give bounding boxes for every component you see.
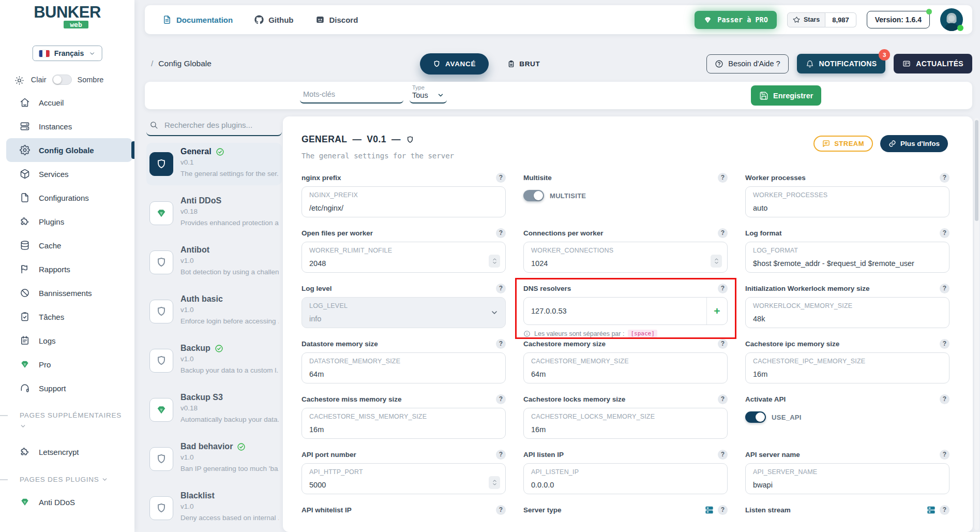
- toggle-multisite[interactable]: [523, 190, 544, 201]
- top-link-discord[interactable]: Discord: [315, 15, 358, 24]
- sidebar-item-bannissements[interactable]: Bannissements: [0, 281, 134, 305]
- help-icon[interactable]: ?: [940, 339, 949, 349]
- field-input-api-listen-ip[interactable]: API_LISTEN_IP0.0.0.0: [523, 463, 728, 494]
- sidebar-item-support[interactable]: Support: [0, 376, 134, 400]
- help-icon[interactable]: ?: [718, 505, 728, 515]
- need-help-button[interactable]: Besoin d'Aide ?: [706, 54, 788, 73]
- number-stepper[interactable]: [711, 255, 722, 268]
- plugin-name: Auth basic: [180, 294, 223, 304]
- upgrade-pro-button[interactable]: Passer à PRO: [695, 11, 777, 29]
- language-selector[interactable]: Français: [33, 46, 102, 61]
- number-stepper[interactable]: [489, 255, 500, 268]
- sidebar-item-pro[interactable]: Pro: [0, 352, 134, 376]
- help-icon[interactable]: ?: [940, 228, 949, 238]
- help-icon[interactable]: ?: [718, 339, 728, 349]
- help-icon[interactable]: ?: [718, 394, 728, 404]
- field-input-dns-resolvers[interactable]: 127.0.0.53+: [523, 297, 728, 325]
- user-avatar[interactable]: [940, 8, 963, 31]
- help-icon[interactable]: ?: [496, 450, 506, 460]
- mode-advanced-button[interactable]: AVANCÉ: [420, 53, 489, 75]
- help-icon[interactable]: ?: [496, 228, 506, 238]
- field-input-cachestore-locks-memory-size[interactable]: CACHESTORE_LOCKS_MEMORY_SIZE16m: [523, 408, 728, 439]
- help-circle-icon: [715, 60, 723, 68]
- plugin-card-anti-ddos[interactable]: Anti DDoSv0.18Provides enhanced protecti…: [146, 192, 282, 234]
- field-input-connections-per-worker[interactable]: WORKER_CONNECTIONS1024: [523, 242, 728, 273]
- plugin-search-input[interactable]: [163, 120, 267, 130]
- help-icon[interactable]: ?: [940, 173, 949, 183]
- help-icon[interactable]: ?: [496, 173, 506, 183]
- sidebar-item-letsencrypt[interactable]: Letsencrypt: [0, 440, 134, 464]
- sidebar-item-services[interactable]: Services: [0, 162, 134, 186]
- add-value-button[interactable]: +: [706, 298, 727, 324]
- notifications-button[interactable]: NOTIFICATIONS 3: [797, 54, 886, 73]
- field-input-log-format[interactable]: LOG_FORMAT$host $remote_addr - $request_…: [745, 242, 949, 273]
- scrollbar-thumb[interactable]: [975, 120, 978, 221]
- plugin-card-blacklist[interactable]: Blacklistv1.0Deny access based on intern…: [146, 487, 282, 529]
- help-icon[interactable]: ?: [718, 228, 728, 238]
- field-input-initialization-workerlock-memory-size[interactable]: WORKERLOCK_MEMORY_SIZE48k: [745, 297, 949, 328]
- bunkerweb-logo[interactable]: BUNKER web: [0, 4, 134, 28]
- more-info-label: Plus d'Infos: [900, 140, 940, 147]
- sidebar-item-logs[interactable]: Logs: [0, 329, 134, 352]
- plugin-card-backup[interactable]: Backupv1.0Backup your data to a custom l…: [146, 339, 282, 382]
- help-icon[interactable]: ?: [940, 394, 949, 404]
- help-icon[interactable]: ?: [940, 450, 949, 460]
- help-icon[interactable]: ?: [496, 505, 506, 515]
- field-input-api-port-number[interactable]: API_HTTP_PORT5000: [301, 463, 506, 494]
- number-stepper[interactable]: [489, 476, 500, 489]
- field-api-whitelist-ip: API whitelist IP?: [301, 505, 506, 532]
- sidebar-item-t-ches[interactable]: Tâches: [0, 305, 134, 329]
- field-cachestore-miss-memory-size: Cachestore miss memory size?CACHESTORE_M…: [301, 394, 506, 449]
- save-button[interactable]: Enregistrer: [751, 85, 821, 106]
- help-icon[interactable]: ?: [718, 284, 728, 293]
- sidebar: BUNKER web Français Clair Sombre Accueil…: [0, 0, 134, 532]
- sidebar-item-anti-ddos[interactable]: Anti DDoS: [0, 490, 134, 514]
- plugin-desc: The general settings for the ser...: [180, 170, 279, 178]
- help-icon[interactable]: ?: [940, 505, 949, 515]
- keywords-input[interactable]: [300, 87, 403, 104]
- help-icon[interactable]: ?: [496, 339, 506, 349]
- more-info-button[interactable]: Plus d'Infos: [880, 135, 948, 152]
- top-link-documentation[interactable]: Documentation: [162, 15, 233, 24]
- stream-badge-button[interactable]: STREAM: [813, 136, 873, 152]
- sidebar-item-cache[interactable]: Cache: [0, 233, 134, 257]
- field-input-cachestore-ipc-memory-size[interactable]: CACHESTORE_IPC_MEMORY_SIZE16m: [745, 352, 949, 383]
- scrollbar-track[interactable]: [974, 118, 979, 530]
- sidebar-item-plugins[interactable]: Plugins: [0, 210, 134, 233]
- plugin-card-auth-basic[interactable]: Auth basicv1.0Enforce login before acces…: [146, 290, 282, 333]
- help-icon[interactable]: ?: [940, 284, 949, 293]
- help-icon[interactable]: ?: [496, 394, 506, 404]
- field-input-cachestore-memory-size[interactable]: CACHESTORE_MEMORY_SIZE64m: [523, 352, 728, 383]
- type-select[interactable]: Type Tous: [410, 84, 447, 104]
- plugin-card-general[interactable]: Generalv0.1The general settings for the …: [146, 143, 282, 185]
- plugin-name: Antibot: [180, 245, 209, 255]
- plugin-card-bad-behavior[interactable]: Bad behaviorv1.0Ban IP generating too mu…: [146, 438, 282, 480]
- help-icon[interactable]: ?: [718, 173, 728, 183]
- field-input-datastore-memory-size[interactable]: DATASTORE_MEMORY_SIZE64m: [301, 352, 506, 383]
- help-icon[interactable]: ?: [718, 450, 728, 460]
- field-input-open-files-per-worker[interactable]: WORKER_RLIMIT_NOFILE2048: [301, 242, 506, 273]
- plugin-card-antibot[interactable]: Antibotv1.0Bot detection by using a chal…: [146, 241, 282, 284]
- plugin-card-backup-s3[interactable]: Backup S3v0.18Automatically backup your …: [146, 389, 282, 431]
- sidebar-item-instances[interactable]: Instances: [0, 114, 134, 138]
- top-link-github[interactable]: Github: [254, 15, 293, 24]
- theme-toggle[interactable]: [52, 75, 72, 85]
- sidebar-item-accueil[interactable]: Accueil: [0, 91, 134, 114]
- sidebar-item-configurations[interactable]: Configurations: [0, 186, 134, 210]
- check-circle-icon: [237, 442, 246, 451]
- field-select-log-level[interactable]: LOG_LEVELinfo: [301, 297, 506, 328]
- toggle-use-api[interactable]: [745, 411, 766, 423]
- field-input-cachestore-miss-memory-size[interactable]: CACHESTORE_MISS_MEMORY_SIZE16m: [301, 408, 506, 439]
- sidebar-item-rapports[interactable]: Rapports: [0, 257, 134, 281]
- field-input-api-server-name[interactable]: API_SERVER_NAMEbwapi: [745, 463, 949, 494]
- help-icon[interactable]: ?: [496, 284, 506, 293]
- mode-raw-button[interactable]: BRUT: [504, 60, 543, 68]
- field-input-nginx-prefix[interactable]: NGINX_PREFIX/etc/nginx/: [301, 186, 506, 217]
- github-stars-badge[interactable]: Stars 8,987: [787, 12, 856, 27]
- plugin-version: v1.0: [180, 453, 279, 461]
- sidebar-item-config-globale[interactable]: Config Globale: [6, 138, 132, 162]
- news-button[interactable]: ACTUALITÉS: [894, 54, 972, 73]
- sidebar-section-pages-des-plugins[interactable]: PAGES DES PLUGINS: [0, 474, 134, 485]
- sidebar-section-pages-suppl-mentaires[interactable]: PAGES SUPPLÉMENTAIRES: [0, 410, 134, 432]
- field-input-worker-processes[interactable]: WORKER_PROCESSESauto: [745, 186, 949, 217]
